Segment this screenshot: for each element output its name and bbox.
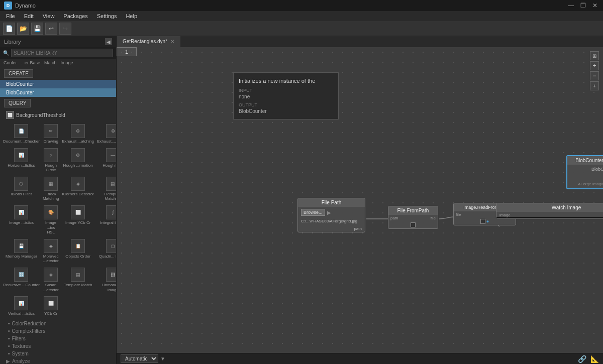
new-button[interactable]: 📄 — [3, 23, 15, 35]
titlebar: D Dynamo — ❐ ✕ — [0, 0, 603, 11]
watchimage-header-label: Watch Image — [552, 205, 581, 210]
menu-view[interactable]: View — [39, 12, 59, 20]
icon-item-exhaust1[interactable]: ⚙ Exhaust....atching — [61, 123, 95, 146]
expand-button[interactable]: + — [590, 81, 599, 90]
minimize-button[interactable]: — — [567, 2, 575, 10]
search-icon: 🔍 — [3, 50, 9, 56]
icon-item-moravec[interactable]: ◈ Moravec ...etector — [42, 237, 60, 265]
icon-item-icorners[interactable]: ◈ ICorners Detector — [61, 175, 95, 203]
icon-item-iblobs[interactable]: ⬡ IBlobs Filter — [2, 175, 41, 203]
icon-item-horizon[interactable]: 📊 Horizon...tistics — [2, 147, 41, 174]
lib-sub-system[interactable]: • System — [0, 350, 116, 357]
toolbar: 📄 📂 💾 ↩ ↪ — [0, 21, 603, 36]
cat-tab-match[interactable]: Match — [43, 60, 58, 66]
icon-item-integral[interactable]: ∫ Integral Image — [96, 204, 116, 236]
search-input[interactable] — [11, 49, 113, 57]
node-blobcounter[interactable]: BlobCounter.BlobCounter BlobCounter AFor… — [566, 155, 603, 189]
bottombar-left: Automatic ▼ — [121, 354, 165, 363]
chevron-down-icon: ▼ — [160, 356, 165, 361]
bottombar-right: 🔗 📐 — [578, 355, 599, 363]
document-icon: 📄 — [14, 124, 28, 138]
sidebar-header: Library ◀ — [0, 36, 116, 47]
zoom-out-button[interactable]: − — [590, 71, 599, 80]
link-icon[interactable]: 🔗 — [578, 355, 586, 363]
zoom-in-button[interactable]: + — [590, 61, 599, 70]
icon-item-imagehsl[interactable]: 🎨 Image ...ics HSL — [42, 204, 60, 236]
icon-item-susan[interactable]: ◈ Susan ...etector — [42, 266, 60, 294]
undo-button[interactable]: ↩ — [45, 23, 57, 35]
icon-item-objects[interactable]: 📋 Objects Order — [61, 237, 95, 265]
open-button[interactable]: 📂 — [17, 23, 29, 35]
cat-tab-base[interactable]: ...er Base — [20, 60, 42, 66]
icorners-icon: ◈ — [71, 177, 85, 191]
lib-sub-filters[interactable]: • Filters — [0, 335, 116, 342]
bg-thresh-label: BackgroundThreshold — [16, 112, 65, 118]
lib-item-backgroundthreshold[interactable]: ⬜ BackgroundThreshold — [0, 109, 116, 120]
icon-item-document[interactable]: 📄 Document...Checker — [2, 123, 41, 146]
menu-help[interactable]: Help — [122, 12, 141, 20]
icon-item-ycbcr[interactable]: ⬜ YCb Cr — [42, 295, 60, 318]
icon-item-recursive[interactable]: 🔢 Recursive ...Counter — [2, 266, 41, 294]
menu-file[interactable]: File — [2, 12, 19, 20]
icon-item-vertical[interactable]: 📊 Vertical ...istics — [2, 295, 41, 318]
save-button[interactable]: 💾 — [31, 23, 43, 35]
icon-item-memory[interactable]: 💾 Memory Manager — [2, 237, 41, 265]
icon-item-iblock[interactable]: ▦ IBlock Matching — [42, 175, 60, 203]
query-button[interactable]: QUERY — [4, 99, 31, 107]
icon-item-exhaust2[interactable]: ⚙ Exhaust....atching — [96, 123, 116, 146]
lib-sub-textures[interactable]: • Textures — [0, 342, 116, 350]
objects-icon: 📋 — [71, 239, 85, 253]
icon-item-itemplate[interactable]: ▤ ITemplate Matching — [96, 175, 116, 203]
restore-button[interactable]: ❐ — [579, 2, 587, 10]
tooltip-input-label: INPUT — [239, 88, 333, 93]
frompath-header: File.FromPath — [388, 206, 438, 215]
icon-item-imageybc[interactable]: ⬜ Image YCb Cr — [61, 204, 95, 236]
icon-item-unmanaged[interactable]: 🖼 Unmanaged Image — [96, 266, 116, 294]
ycbcr-icon: ⬜ — [44, 296, 58, 310]
canvas-area[interactable]: Initializes a new instance of the INPUT … — [117, 36, 603, 364]
icon-item-houghtrans1[interactable]: ⚙ Hough ...rmation — [61, 147, 95, 174]
lib-item-blobcounter2[interactable]: BlobCounter — [0, 88, 116, 97]
filters-label: Filters — [12, 336, 26, 341]
node-watchimage[interactable]: Watch Image image image — [496, 203, 603, 219]
fit-button[interactable]: ⊞ — [590, 51, 599, 60]
icon-item-houghline[interactable]: — Hough Line — [96, 147, 116, 174]
icon-item-houghcircle[interactable]: ○ Hough Circle — [42, 147, 60, 174]
sidebar: Library ◀ 🔍 Cooler ...er Base Match Imag… — [0, 36, 117, 364]
icon-item-quadri[interactable]: ◻ Quadri... Finder — [96, 237, 116, 265]
library-content: BlobCounter BlobCounter QUERY ⬜ Backgrou… — [0, 80, 116, 364]
sidebar-collapse-button[interactable]: ◀ — [105, 38, 112, 45]
node-filepath[interactable]: File Path Browse... ▶ C:\...\PHASE03\AFo… — [297, 198, 365, 232]
icon-item-imagestat[interactable]: 📊 Image ...istics — [2, 204, 41, 236]
canvas-content[interactable]: ⊞ + − + 1 B — [117, 47, 603, 364]
cat-tab-cooler[interactable]: Cooler — [2, 60, 19, 66]
horizon-icon: 📊 — [14, 148, 28, 162]
run-mode-select[interactable]: Automatic — [121, 354, 158, 363]
lib-item-blobcounter-active[interactable]: BlobCounter — [0, 80, 116, 88]
lib-cat-analyze[interactable]: ▶ Analyze — [0, 357, 116, 364]
tab-close-button[interactable]: ✕ — [170, 39, 174, 44]
integral-icon: ∫ — [106, 205, 116, 219]
menu-edit[interactable]: Edit — [20, 12, 38, 20]
filepath-port-out: path — [298, 225, 365, 232]
zoom-controls: ⊞ + − + — [590, 51, 599, 90]
blobcounter-header-label: BlobCounter.BlobCounter — [575, 158, 603, 163]
menu-settings[interactable]: Settings — [93, 12, 121, 20]
lib-sub-colorreduction[interactable]: • ColorReduction — [0, 320, 116, 327]
browse-button[interactable]: Browse... — [301, 209, 325, 216]
node-frompath[interactable]: File.FromPath path file — [388, 206, 438, 229]
blobcounter-header: BlobCounter.BlobCounter — [567, 156, 603, 165]
layout-icon[interactable]: 📐 — [590, 355, 599, 363]
menu-packages[interactable]: Packages — [59, 12, 91, 20]
tooltip-input-value: none — [239, 94, 333, 99]
frompath-ports: path file — [388, 215, 438, 221]
close-button[interactable]: ✕ — [591, 2, 599, 10]
create-button[interactable]: CREATE — [4, 69, 33, 78]
redo-button[interactable]: ↪ — [59, 23, 71, 35]
cat-tab-image[interactable]: Image — [59, 60, 75, 66]
icon-item-template[interactable]: ▤ Template Match — [61, 266, 95, 294]
menubar: File Edit View Packages Settings Help — [0, 11, 603, 21]
icon-item-drawing[interactable]: ✏ Drawing — [42, 123, 60, 146]
tab-getrectangles[interactable]: GetRectangles.dyn* ✕ — [117, 36, 180, 47]
lib-sub-complexfilters[interactable]: • ComplexFilters — [0, 327, 116, 335]
